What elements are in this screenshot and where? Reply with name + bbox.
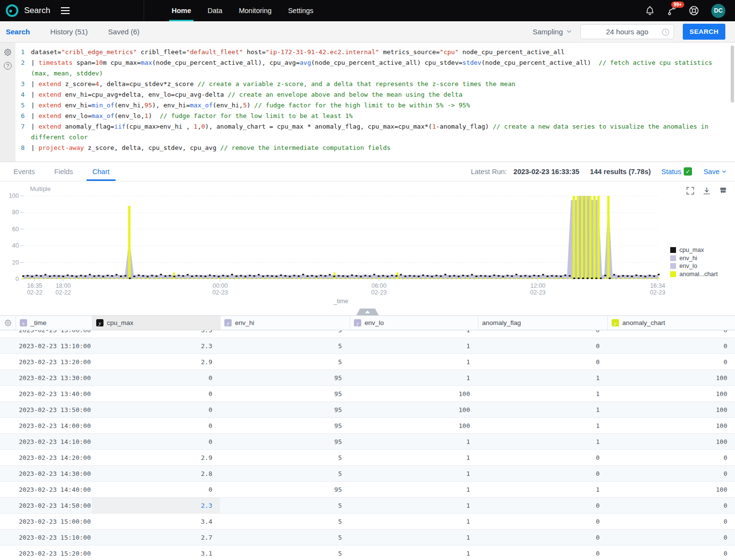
- cell-time[interactable]: 2023-02-23 15:10:00: [15, 530, 92, 545]
- nav-tab-monitoring[interactable]: Monitoring: [231, 0, 280, 21]
- query-editor[interactable]: ? 1dataset="cribl_edge_metrics" cribl_fl…: [0, 43, 735, 162]
- cell-time[interactable]: 2023-02-23 15:00:00: [15, 514, 92, 529]
- cell-anomaly_chart[interactable]: 100: [607, 386, 735, 401]
- cell-anomaly_chart[interactable]: 0: [607, 354, 735, 369]
- subtab-saved[interactable]: Saved (6): [103, 28, 154, 36]
- table-row[interactable]: 2023-02-23 13:50:000951001100: [0, 402, 735, 418]
- cell-cpu_max[interactable]: 3.1: [92, 545, 220, 560]
- cell-env_lo[interactable]: 1: [350, 545, 478, 560]
- cell-cpu_max[interactable]: 2.3: [92, 498, 220, 513]
- cell-anomaly_chart[interactable]: 0: [607, 330, 735, 338]
- table-row[interactable]: 2023-02-23 15:10:002.75100: [0, 530, 735, 545]
- table-row[interactable]: 2023-02-23 13:30:0009511100: [0, 370, 735, 386]
- cell-env_lo[interactable]: 1: [350, 498, 478, 513]
- cell-anomaly_flag[interactable]: 1: [478, 418, 607, 433]
- tab-chart[interactable]: Chart: [87, 162, 115, 181]
- cell-anomaly_chart[interactable]: 0: [607, 466, 735, 481]
- cell-env_hi[interactable]: 5: [220, 354, 350, 369]
- legend-item-anomalchart[interactable]: anomal...chart: [670, 270, 718, 279]
- subtab-history[interactable]: History (51): [44, 28, 103, 36]
- query-line[interactable]: 5| extend env_hi=min_of(env_hi,95), env_…: [15, 100, 727, 111]
- legend-item-cpu_max[interactable]: cpu_max: [670, 246, 718, 254]
- query-line[interactable]: 2| timestats span=10m cpu_max=max(node_c…: [15, 58, 727, 79]
- table-row[interactable]: 2023-02-23 13:00:003.55100: [0, 330, 735, 338]
- table-settings-gear-icon[interactable]: [0, 316, 15, 330]
- cell-cpu_max[interactable]: 2.9: [92, 450, 220, 465]
- query-code[interactable]: 1dataset="cribl_edge_metrics" cribl_flee…: [15, 43, 735, 162]
- collapse-chart-handle[interactable]: [356, 309, 379, 315]
- cell-time[interactable]: 2023-02-23 13:50:00: [15, 402, 92, 417]
- help-globe-icon[interactable]: [689, 5, 699, 16]
- column-header-anomaly_flag[interactable]: anomaly_flag: [478, 316, 607, 330]
- pipeline-branch-icon[interactable]: 99+: [667, 6, 676, 15]
- cell-anomaly_chart[interactable]: 0: [607, 338, 735, 354]
- cell-anomaly_flag[interactable]: 1: [478, 434, 607, 449]
- column-header-anomaly_chart[interactable]: yanomaly_chart: [607, 316, 735, 330]
- cell-env_hi[interactable]: 5: [220, 530, 350, 545]
- cell-anomaly_chart[interactable]: 0: [607, 514, 735, 529]
- nav-tab-data[interactable]: Data: [199, 0, 231, 21]
- query-line[interactable]: 4| extend env_hi=cpu_avg+delta, env_lo=c…: [15, 89, 727, 100]
- cell-env_lo[interactable]: 100: [350, 386, 478, 401]
- cell-time[interactable]: 2023-02-23 14:40:00: [15, 482, 92, 497]
- cell-time[interactable]: 2023-02-23 14:20:00: [15, 450, 92, 465]
- save-dropdown[interactable]: Save: [704, 168, 726, 176]
- cell-env_lo[interactable]: 100: [350, 402, 478, 417]
- cell-env_lo[interactable]: 1: [350, 330, 478, 338]
- cell-anomaly_chart[interactable]: 0: [607, 498, 735, 513]
- cell-env_lo[interactable]: 1: [350, 482, 478, 497]
- cell-time[interactable]: 2023-02-23 14:00:00: [15, 418, 92, 433]
- cell-env_lo[interactable]: 1: [350, 338, 478, 354]
- cell-env_lo[interactable]: 1: [350, 450, 478, 465]
- cell-env_hi[interactable]: 5: [220, 514, 350, 529]
- notifications-bell-icon[interactable]: [645, 6, 655, 15]
- cell-anomaly_chart[interactable]: 100: [607, 370, 735, 385]
- cell-cpu_max[interactable]: 2.7: [92, 530, 220, 545]
- status-link[interactable]: Status ✓: [662, 167, 692, 176]
- cell-anomaly_flag[interactable]: 0: [478, 338, 607, 354]
- cell-env_hi[interactable]: 95: [220, 482, 350, 497]
- cell-cpu_max[interactable]: 0: [92, 402, 220, 417]
- chart-style-brush-icon[interactable]: [719, 187, 727, 195]
- cell-cpu_max[interactable]: 2.9: [92, 354, 220, 369]
- cell-time[interactable]: 2023-02-23 13:20:00: [15, 354, 92, 369]
- cell-env_hi[interactable]: 5: [220, 330, 350, 338]
- cell-cpu_max[interactable]: 2.8: [92, 466, 220, 481]
- cell-env_hi[interactable]: 5: [220, 498, 350, 513]
- cell-anomaly_chart[interactable]: 100: [607, 482, 735, 497]
- cell-anomaly_flag[interactable]: 0: [478, 354, 607, 369]
- table-row[interactable]: 2023-02-23 15:00:003.45100: [0, 514, 735, 530]
- legend-item-env_hi[interactable]: env_hi: [670, 254, 718, 263]
- cell-env_hi[interactable]: 95: [220, 434, 350, 449]
- search-button[interactable]: SEARCH: [683, 24, 725, 40]
- table-row[interactable]: 2023-02-23 14:20:002.95100: [0, 450, 735, 466]
- column-header-env_lo[interactable]: yenv_lo: [350, 316, 478, 330]
- cell-env_hi[interactable]: 95: [220, 370, 350, 385]
- cell-cpu_max[interactable]: 0: [92, 482, 220, 497]
- cell-cpu_max[interactable]: 3.4: [92, 514, 220, 529]
- cell-cpu_max[interactable]: 0: [92, 434, 220, 449]
- cell-anomaly_flag[interactable]: 0: [478, 330, 607, 338]
- editor-scrollbar[interactable]: [731, 45, 734, 159]
- cell-time[interactable]: 2023-02-23 14:10:00: [15, 434, 92, 449]
- cell-anomaly_chart[interactable]: 0: [607, 545, 735, 560]
- cell-anomaly_chart[interactable]: 100: [607, 434, 735, 449]
- cell-anomaly_chart[interactable]: 0: [607, 450, 735, 465]
- cell-env_lo[interactable]: 100: [350, 418, 478, 433]
- cell-env_hi[interactable]: 95: [220, 386, 350, 401]
- cell-anomaly_flag[interactable]: 1: [478, 482, 607, 497]
- editor-settings-gear-icon[interactable]: [4, 48, 12, 56]
- editor-scrollbar-thumb[interactable]: [731, 45, 734, 103]
- column-header-env_hi[interactable]: yenv_hi: [220, 316, 350, 330]
- column-header-cpu_max[interactable]: ycpu_max: [92, 316, 220, 330]
- cell-anomaly_chart[interactable]: 100: [607, 402, 735, 417]
- cell-anomaly_chart[interactable]: 100: [607, 418, 735, 433]
- sampling-dropdown[interactable]: Sampling: [532, 28, 572, 36]
- editor-help-icon[interactable]: ?: [4, 62, 12, 70]
- cell-env_hi[interactable]: 5: [220, 338, 350, 354]
- column-header-time[interactable]: x_time: [15, 316, 92, 330]
- query-line[interactable]: 8| project-away z_score, delta, cpu_stde…: [15, 143, 727, 153]
- cell-cpu_max[interactable]: 0: [92, 370, 220, 385]
- cell-env_hi[interactable]: 95: [220, 402, 350, 417]
- cell-env_lo[interactable]: 1: [350, 514, 478, 529]
